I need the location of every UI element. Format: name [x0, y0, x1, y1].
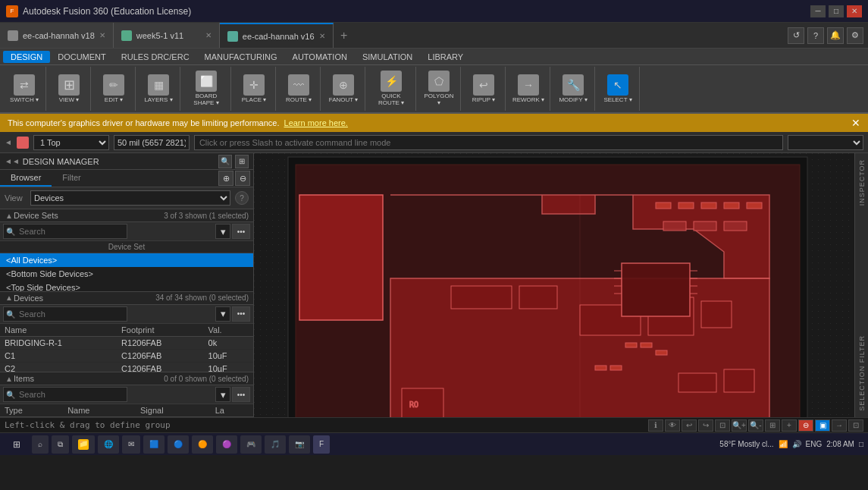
- command-dropdown[interactable]: [788, 135, 863, 150]
- maximize-button[interactable]: □: [829, 5, 844, 17]
- help-button[interactable]: ?: [235, 191, 249, 205]
- devices-search-dropdown[interactable]: ▾: [215, 306, 230, 322]
- table-row[interactable]: C2 C1206FAB 10µF: [0, 362, 253, 372]
- items-col-signal[interactable]: Signal: [136, 404, 211, 417]
- minimize-button[interactable]: ─: [810, 5, 826, 17]
- status-zoom-out-button[interactable]: 🔍-: [748, 419, 763, 432]
- status-zoom-fit-button[interactable]: ⊡: [715, 419, 730, 432]
- device-set-item-bottom[interactable]: <Bottom Side Devices>: [0, 267, 253, 281]
- pcb-canvas-area[interactable]: RO: [254, 153, 854, 417]
- search-taskbar-button[interactable]: ⌕: [32, 435, 49, 454]
- taskbar-app5[interactable]: 🎮: [240, 435, 262, 454]
- board-shape-button[interactable]: ⬜ BOARD SHAPE ▾: [186, 68, 226, 110]
- status-select-button[interactable]: ▣: [815, 419, 830, 432]
- items-search-dropdown[interactable]: ▾: [215, 387, 230, 402]
- devices-col-footprint[interactable]: Footprint: [117, 324, 203, 337]
- mil-input[interactable]: [114, 135, 190, 150]
- layers-button[interactable]: ▦ LAYERS ▾: [142, 68, 175, 110]
- tab-close-2[interactable]: ✕: [205, 31, 212, 39]
- items-collapse[interactable]: ▲: [5, 374, 14, 383]
- taskbar-app3[interactable]: 🟠: [192, 435, 213, 454]
- volume-icon[interactable]: 🔊: [792, 440, 801, 448]
- items-col-type[interactable]: Type: [0, 404, 63, 417]
- tab-close-1[interactable]: ✕: [99, 31, 105, 39]
- status-redo-button[interactable]: ↪: [698, 419, 713, 432]
- device-set-item-top[interactable]: <Top Side Devices>: [0, 281, 253, 291]
- device-sets-search-input[interactable]: [3, 224, 127, 239]
- tab-ee-cad-hannah-v16[interactable]: ee-cad-hannah v16 ✕: [220, 23, 334, 48]
- refresh-icon[interactable]: ↺: [788, 27, 804, 44]
- taskbar-app6[interactable]: 🎵: [265, 435, 286, 454]
- settings-icon[interactable]: ⚙: [847, 27, 863, 44]
- items-col-name[interactable]: Name: [63, 404, 136, 417]
- taskbar-edge[interactable]: 🌐: [98, 435, 119, 454]
- device-set-item-all[interactable]: <All Devices>: [0, 253, 253, 267]
- select-button[interactable]: ↖ SELECT ▾: [601, 68, 635, 110]
- taskbar-clock[interactable]: 2:08 AM: [826, 439, 854, 449]
- taskbar-app1[interactable]: 🟦: [143, 435, 165, 454]
- status-grid-button[interactable]: ⊞: [765, 419, 780, 432]
- network-icon[interactable]: 📶: [779, 440, 788, 448]
- status-arrow-button[interactable]: →: [832, 419, 847, 432]
- command-input[interactable]: [194, 135, 783, 150]
- dm-zoom-out-button[interactable]: ⊖: [235, 171, 250, 186]
- dm-back-icon[interactable]: ◄◄: [5, 157, 20, 165]
- device-sets-collapse[interactable]: ▲: [5, 211, 14, 220]
- table-row[interactable]: C1 C1206FAB 10uF: [0, 349, 253, 362]
- devices-more-button[interactable]: •••: [232, 306, 250, 322]
- edit-button[interactable]: ✏ EDIT ▾: [97, 68, 130, 110]
- taskbar-fusion360[interactable]: F: [313, 435, 330, 454]
- devices-collapse[interactable]: ▲: [5, 294, 14, 303]
- tab-ee-cad-hannah-v18[interactable]: ee-cad-hannah v18 ✕: [0, 23, 114, 48]
- place-button[interactable]: ✛ PLACE ▾: [237, 68, 271, 110]
- route-button[interactable]: 〰 ROUTE ▾: [282, 68, 315, 110]
- status-zoom-in-button[interactable]: 🔍+: [732, 419, 747, 432]
- status-plus-button[interactable]: +: [782, 419, 797, 432]
- start-button[interactable]: ⊞: [5, 435, 29, 454]
- notification-area[interactable]: □: [859, 440, 863, 448]
- status-stop-button[interactable]: ⊖: [798, 419, 813, 432]
- polygon-button[interactable]: ⬠ POLYGON ▾: [422, 68, 456, 110]
- dm-tab-browser[interactable]: Browser: [0, 170, 52, 187]
- devices-col-value[interactable]: Val.: [204, 324, 253, 337]
- view-button[interactable]: ⊞ VIEW ▾: [52, 68, 86, 110]
- view-select[interactable]: Devices: [30, 190, 230, 206]
- items-more-button[interactable]: •••: [232, 387, 250, 402]
- status-eye-button[interactable]: 👁: [665, 419, 680, 432]
- menu-document[interactable]: DOCUMENT: [50, 51, 114, 63]
- tab-close-3[interactable]: ✕: [319, 32, 325, 40]
- switch-button[interactable]: ⇄ SWITCH ▾: [8, 68, 41, 110]
- menu-automation[interactable]: AUTOMATION: [285, 51, 355, 63]
- dm-settings-button[interactable]: ⊞: [235, 155, 249, 168]
- menu-library[interactable]: LIBRARY: [420, 51, 471, 63]
- items-col-la[interactable]: La: [211, 404, 253, 417]
- status-info-button[interactable]: ℹ: [648, 419, 663, 432]
- menu-simulation[interactable]: SIMULATION: [355, 51, 420, 63]
- rework-button[interactable]: → REWORK ▾: [512, 68, 545, 110]
- quick-route-button[interactable]: ⚡ QUICK ROUTE ▾: [371, 68, 411, 110]
- items-search-input[interactable]: [3, 387, 127, 402]
- selection-filter-tab[interactable]: SELECTION FILTER: [857, 329, 867, 417]
- layer-select[interactable]: 1 Top: [33, 135, 109, 150]
- menu-manufacturing[interactable]: MANUFACTURING: [197, 51, 285, 63]
- taskbar-app2[interactable]: 🔵: [168, 435, 189, 454]
- fanout-button[interactable]: ⊕ FANOUT ▾: [327, 68, 360, 110]
- device-sets-search-dropdown[interactable]: ▾: [215, 224, 230, 239]
- task-view-button[interactable]: ⧉: [52, 435, 69, 454]
- dm-tab-filter[interactable]: Filter: [52, 170, 91, 187]
- modify-button[interactable]: 🔧 MODIFY ▾: [556, 68, 590, 110]
- new-tab-button[interactable]: +: [334, 23, 355, 48]
- taskbar-app4[interactable]: 🟣: [216, 435, 237, 454]
- device-sets-more-button[interactable]: •••: [232, 224, 250, 239]
- help-icon[interactable]: ?: [807, 27, 824, 44]
- menu-design[interactable]: DESIGN: [3, 51, 50, 63]
- table-row[interactable]: BRIDGING-R-1 R1206FAB 0k: [0, 336, 253, 349]
- warning-close-button[interactable]: ✕: [851, 117, 860, 129]
- menu-rules-drc-erc[interactable]: RULES DRC/ERC: [114, 51, 197, 63]
- dm-search-button[interactable]: 🔍: [218, 155, 232, 168]
- warning-link[interactable]: Learn more here.: [284, 118, 348, 127]
- inspector-tab[interactable]: INSPECTOR: [857, 153, 867, 212]
- dm-zoom-button[interactable]: ⊕: [218, 171, 233, 186]
- taskbar-app7[interactable]: 📷: [289, 435, 310, 454]
- collapse-icon[interactable]: ◄: [5, 138, 12, 146]
